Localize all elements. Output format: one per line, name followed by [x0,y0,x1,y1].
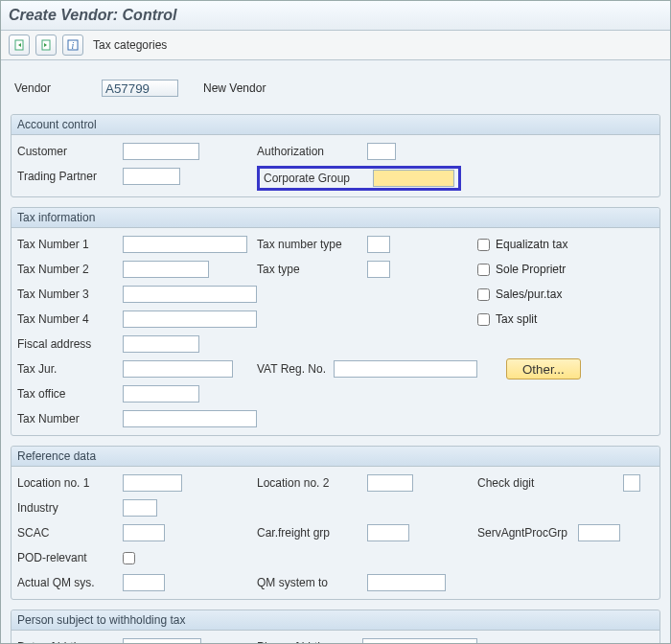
tax-office-field[interactable] [123,385,199,402]
vendor-code-field [102,80,178,97]
equalizatn-tax-checkbox[interactable] [477,239,490,251]
tax-split-label: Tax split [496,312,537,326]
sales-pur-tax-checkbox[interactable] [477,288,490,301]
sales-pur-tax-label: Sales/pur.tax [496,288,562,301]
sole-proprietr-label: Sole Proprietr [496,263,566,276]
corporate-group-field[interactable] [373,170,454,187]
tax-split-checkbox[interactable] [477,313,490,326]
pod-relevant-label: POD-relevant [17,551,123,564]
tax-number4-field[interactable] [123,310,257,328]
tax-type-field[interactable] [367,261,390,278]
location1-label: Location no. 1 [17,476,123,490]
tax-number4-label: Tax Number 4 [17,312,123,326]
info-icon: i [67,39,79,51]
qm-to-label: QM system to [257,576,367,589]
corporate-group-label: Corporate Group [264,172,363,185]
sole-proprietr-checkbox[interactable] [477,264,490,276]
tax-number3-field[interactable] [123,286,257,303]
group-title: Person subject to withholding tax [12,610,659,631]
customer-field[interactable] [123,143,199,160]
toolbar-label[interactable]: Tax categories [93,38,167,52]
tax-number-type-field[interactable] [367,236,390,253]
group-title: Account control [12,115,659,135]
tax-number1-field[interactable] [123,236,247,253]
scac-field[interactable] [123,524,165,541]
location1-field[interactable] [123,474,182,492]
corporate-group-highlight: Corporate Group [257,166,461,191]
svg-text:i: i [72,40,75,51]
group-reference-data: Reference data Location no. 1 Industry S… [11,446,660,600]
page-title: Create Vendor: Control [9,7,176,23]
location2-field[interactable] [367,474,413,492]
check-digit-field[interactable] [623,474,640,492]
title-bar: Create Vendor: Control [1,1,670,31]
serv-agnt-label: ServAgntProcGrp [477,526,578,540]
tax-number2-field[interactable] [123,261,209,278]
trading-partner-label: Trading Partner [17,170,123,183]
tax-number2-label: Tax Number 2 [17,263,123,276]
group-tax-information: Tax information Tax Number 1 Tax Number … [11,207,660,436]
next-page-button[interactable] [35,34,57,56]
tax-jur-field[interactable] [123,360,233,378]
industry-field[interactable] [123,499,157,517]
customer-label: Customer [17,145,123,158]
group-title: Reference data [12,447,659,467]
actual-qm-label: Actual QM sys. [17,576,123,589]
vendor-bar: Vendor New Vendor [11,70,660,114]
pod-relevant-checkbox[interactable] [123,552,135,564]
dob-field[interactable] [123,638,201,643]
actual-qm-field[interactable] [123,574,165,591]
tax-number-field[interactable] [123,410,257,427]
location2-label: Location no. 2 [257,476,367,490]
trading-partner-field[interactable] [123,168,180,185]
other-button[interactable]: Other... [506,358,581,380]
pob-field[interactable] [362,638,477,643]
serv-agnt-field[interactable] [578,524,620,541]
tax-type-label: Tax type [257,263,367,276]
car-freight-field[interactable] [367,524,409,541]
page-arrow-right-icon [40,39,52,51]
group-withholding-tax: Person subject to withholding tax Date o… [11,610,660,643]
info-button[interactable]: i [62,34,83,56]
tax-number1-label: Tax Number 1 [17,238,123,251]
group-title: Tax information [12,208,659,228]
fiscal-address-label: Fiscal address [17,337,123,351]
tax-number-type-label: Tax number type [257,238,367,251]
vat-reg-label: VAT Reg. No. [257,362,334,376]
page-arrow-left-icon [13,39,25,51]
qm-to-field[interactable] [367,574,446,591]
toolbar: i Tax categories [1,31,670,60]
group-account-control: Account control Customer Trading Partner… [11,114,660,197]
check-digit-label: Check digit [477,476,564,490]
tax-number3-label: Tax Number 3 [17,288,123,301]
tax-number-label: Tax Number [17,412,123,426]
authorization-label: Authorization [257,145,367,158]
vendor-status: New Vendor [203,81,266,95]
prev-page-button[interactable] [9,34,30,56]
car-freight-label: Car.freight grp [257,526,367,540]
industry-label: Industry [17,501,123,515]
equalizatn-tax-label: Equalizatn tax [496,238,567,251]
tax-jur-label: Tax Jur. [17,362,123,376]
scac-label: SCAC [17,526,123,540]
vendor-label: Vendor [14,81,77,95]
dob-label: Date of birth [17,640,123,643]
fiscal-address-field[interactable] [123,335,199,353]
vat-reg-field[interactable] [334,360,477,378]
authorization-field[interactable] [367,143,396,160]
pob-label: Place of birth [257,640,362,643]
tax-office-label: Tax office [17,387,123,401]
